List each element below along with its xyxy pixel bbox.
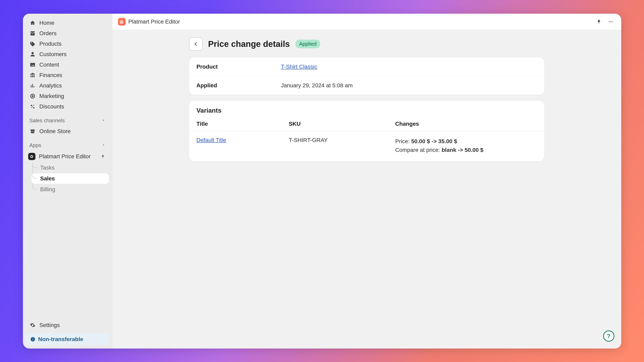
price-change: 50.00 $ -> 35.00 $ (411, 138, 457, 144)
detail-row-product: Product T-Shirt Classic (189, 57, 544, 76)
nav-label: Home (40, 20, 54, 26)
nav-analytics[interactable]: Analytics (26, 80, 109, 91)
page-title: Price change details (208, 39, 290, 49)
nav-label: Online Store (40, 128, 71, 135)
sidebar-bottom: Settings Non-transferable (26, 320, 109, 345)
subnav-label: Tasks (40, 164, 55, 171)
info-icon (30, 337, 36, 342)
col-changes: Changes (388, 118, 544, 132)
col-sku: SKU (282, 118, 388, 132)
topbar: ▦ Platmart Price Editor (112, 14, 621, 30)
variant-link[interactable]: Default Title (196, 137, 226, 143)
app-logo-icon: ▦ (118, 18, 126, 25)
nav-home[interactable]: Home (26, 18, 109, 28)
sales-channels-list: Online Store (26, 126, 109, 137)
nav-label: Settings (40, 322, 60, 329)
user-icon (30, 51, 36, 57)
nav-products[interactable]: Products (26, 39, 109, 49)
cell-sku: T-SHIRT-GRAY (282, 131, 388, 161)
details-card: Product T-Shirt Classic Applied January … (189, 57, 544, 95)
col-title: Title (189, 118, 282, 132)
nav-label: Content (40, 61, 59, 68)
variants-table: Title SKU Changes Default Title T-SHIRT-… (189, 118, 544, 161)
tag-icon (30, 41, 36, 47)
bank-icon (30, 72, 36, 78)
section-label: Sales channels (30, 117, 65, 124)
nav-label: Discounts (40, 103, 64, 110)
image-icon (30, 61, 36, 68)
table-row: Default Title T-SHIRT-GRAY Price: 50.00 … (189, 131, 544, 161)
cell-changes: Price: 50.00 $ -> 35.00 $ Compare at pri… (388, 131, 544, 161)
page-header: Price change details Applied (189, 37, 544, 51)
svg-point-1 (610, 21, 611, 22)
bar-chart-icon (30, 82, 36, 89)
pin-button[interactable] (594, 17, 604, 26)
sidebar: Home Orders Products Customers Content F… (23, 14, 112, 349)
nav-settings[interactable]: Settings (26, 320, 109, 331)
nav-content[interactable]: Content (26, 59, 109, 70)
sidebar-app-label: Platmart Price Editor (39, 153, 91, 160)
inbox-icon (30, 30, 36, 37)
nav-orders[interactable]: Orders (26, 28, 109, 39)
nav-label: Finances (40, 72, 62, 78)
page: Price change details Applied Product T-S… (189, 37, 544, 161)
detail-label: Product (196, 63, 281, 70)
subnav-tasks[interactable]: Tasks (32, 162, 109, 173)
pin-button[interactable] (100, 153, 106, 160)
chevron-right-icon (102, 117, 106, 124)
subnav-sales[interactable]: Sales (32, 173, 109, 184)
nav-label: Marketing (40, 93, 64, 99)
subnav-billing[interactable]: Billing (32, 184, 109, 195)
compare-change: blank -> 50.00 $ (442, 147, 484, 153)
price-change-line: Price: 50.00 $ -> 35.00 $ (395, 137, 537, 146)
status-badge: Applied (296, 40, 320, 48)
topbar-actions (594, 17, 616, 26)
compare-prefix: Compare at price: (395, 147, 442, 153)
main: ▦ Platmart Price Editor Price change det… (112, 14, 621, 349)
subnav-label: Billing (40, 186, 55, 192)
detail-value: January 29, 2024 at 5:08 am (281, 82, 352, 89)
primary-nav: Home Orders Products Customers Content F… (26, 18, 109, 112)
nav-label: Customers (40, 51, 66, 57)
home-icon (30, 20, 36, 26)
chevron-right-icon (102, 142, 106, 148)
cell-title: Default Title (189, 131, 282, 161)
price-prefix: Price: (395, 138, 411, 144)
target-icon (30, 93, 36, 99)
gear-icon (30, 322, 36, 329)
nav-label: Analytics (40, 82, 62, 89)
compare-change-line: Compare at price: blank -> 50.00 $ (395, 146, 537, 154)
percent-icon (30, 103, 36, 110)
more-button[interactable] (606, 17, 616, 26)
svg-point-2 (612, 21, 612, 22)
variants-card: Variants Title SKU Changes Default Title (189, 101, 544, 161)
topbar-title: Platmart Price Editor (128, 18, 180, 25)
detail-label: Applied (196, 82, 281, 89)
sidebar-app-platmart[interactable]: ✿ Platmart Price Editor (26, 151, 109, 162)
store-icon (30, 128, 36, 135)
question-icon: ? (607, 333, 610, 340)
help-button[interactable]: ? (603, 331, 614, 342)
app-window: Home Orders Products Customers Content F… (23, 14, 621, 349)
section-label: Apps (30, 142, 41, 148)
back-button[interactable] (189, 37, 202, 51)
nav-online-store[interactable]: Online Store (26, 126, 109, 137)
detail-row-applied: Applied January 29, 2024 at 5:08 am (189, 76, 544, 95)
app-subnav: Tasks Sales Billing (32, 162, 109, 195)
non-transferable-label: Non-transferable (38, 336, 83, 343)
non-transferable-banner: Non-transferable (26, 333, 109, 345)
sales-channels-header[interactable]: Sales channels (26, 112, 109, 126)
nav-customers[interactable]: Customers (26, 49, 109, 59)
svg-point-0 (609, 21, 610, 22)
app-logo-icon: ✿ (28, 153, 36, 160)
subnav-label: Sales (40, 175, 55, 182)
nav-marketing[interactable]: Marketing (26, 91, 109, 101)
apps-header[interactable]: Apps (26, 137, 109, 151)
product-link[interactable]: T-Shirt Classic (281, 63, 317, 70)
nav-label: Products (40, 41, 62, 47)
content-scroll[interactable]: Price change details Applied Product T-S… (112, 30, 621, 349)
detail-value: T-Shirt Classic (281, 63, 317, 70)
nav-discounts[interactable]: Discounts (26, 101, 109, 112)
nav-finances[interactable]: Finances (26, 70, 109, 80)
nav-label: Orders (40, 30, 57, 37)
